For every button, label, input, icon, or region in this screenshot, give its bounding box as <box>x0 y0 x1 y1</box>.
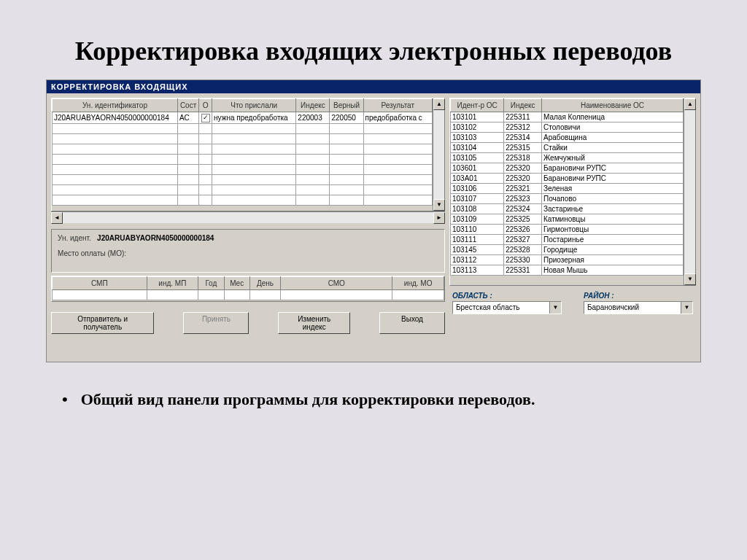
col-header[interactable]: Ун. идентификатор <box>53 99 178 112</box>
chevron-down-icon[interactable]: ▼ <box>681 302 692 314</box>
col-header[interactable]: Индекс <box>296 99 330 112</box>
table-row[interactable]: 103111225327Постаринье <box>451 235 684 245</box>
table-row[interactable] <box>53 164 433 174</box>
table-row[interactable]: 103А01225320Барановичи РУПС <box>451 174 684 184</box>
scroll-up-icon[interactable]: ▲ <box>684 98 696 110</box>
col-header[interactable]: О <box>199 99 212 112</box>
region-value: Брестская область <box>453 302 549 314</box>
col-header[interactable]: Сост <box>177 99 198 112</box>
table-row[interactable] <box>53 144 433 154</box>
col-header[interactable]: Что прислали <box>212 99 296 112</box>
checkbox[interactable]: ✓ <box>201 114 210 122</box>
district-value: Барановичский <box>584 302 681 314</box>
scroll-up-icon[interactable]: ▲ <box>433 98 445 110</box>
col-header[interactable]: СМО <box>281 277 392 290</box>
col-header[interactable]: Наименование ОС <box>542 99 684 112</box>
table-row[interactable]: 103105225318Жемчужный <box>451 153 684 163</box>
col-header[interactable]: Мес <box>224 277 249 290</box>
detail-id-label: Ун. идент. <box>58 234 91 242</box>
scroll-left-icon[interactable]: ◄ <box>51 212 63 224</box>
district-label: РАЙОН : <box>584 292 693 300</box>
table-row[interactable]: 103107225323Почапово <box>451 194 684 204</box>
table-row[interactable] <box>53 195 433 205</box>
scroll-right-icon[interactable]: ► <box>433 212 445 224</box>
bullet-icon: • <box>62 390 68 409</box>
col-header[interactable]: Верный <box>330 99 363 112</box>
exit-button[interactable]: Выход <box>379 312 445 334</box>
slide-title: Корректировка входящих электронных перев… <box>0 0 747 79</box>
sender-recipient-button[interactable]: Отправитель и получатель <box>51 312 154 334</box>
col-header[interactable]: Индекс <box>504 99 542 112</box>
slide-caption: Общий вид панели программы для корректир… <box>81 390 535 409</box>
table-row[interactable]: 103104225315Стайки <box>451 143 684 153</box>
table-row[interactable]: 103103225314Арабовщина <box>451 133 684 143</box>
scroll-down-icon[interactable]: ▼ <box>684 273 696 285</box>
detail-place-label: Место оплаты (МО): <box>58 249 126 257</box>
table-row[interactable] <box>53 123 433 133</box>
os-grid[interactable]: Идент-р ОСИндексНаименование ОС 10310122… <box>450 98 684 276</box>
table-row[interactable]: 103601225320Барановичи РУПС <box>451 163 684 174</box>
table-row[interactable]: 103109225325Катминовцы <box>451 214 684 225</box>
table-row[interactable] <box>53 184 433 195</box>
detail-id-value: J20ARUABYAORN4050000000184 <box>97 234 214 242</box>
table-row[interactable] <box>53 154 433 164</box>
change-index-button[interactable]: Изменить индекс <box>278 312 350 334</box>
col-header[interactable]: СМП <box>53 277 147 290</box>
district-combo[interactable]: Барановичский ▼ <box>584 301 693 314</box>
table-row[interactable]: 103108225324Застаринье <box>451 204 684 214</box>
chevron-down-icon[interactable]: ▼ <box>549 302 561 314</box>
incoming-grid-hscroll[interactable]: ◄ ► <box>51 211 445 223</box>
table-row[interactable]: 103110225326Гирмонтовцы <box>451 225 684 235</box>
table-row[interactable]: 103101225311Малая Колпеница <box>451 112 684 122</box>
col-header[interactable]: Год <box>198 277 224 290</box>
table-row[interactable]: 103106225321Зеленая <box>451 184 684 194</box>
col-header[interactable]: инд. МП <box>147 277 198 290</box>
col-header[interactable]: Результат <box>363 99 432 112</box>
table-row[interactable]: 103113225331Новая Мышь <box>451 265 684 276</box>
col-header[interactable]: инд. МО <box>392 277 444 290</box>
region-combo[interactable]: Брестская область ▼ <box>452 301 562 314</box>
incoming-grid[interactable]: Ун. идентификаторСостОЧто прислалиИндекс… <box>52 98 433 206</box>
region-label: ОБЛАСТЬ : <box>452 292 562 300</box>
accept-button[interactable]: Принять <box>183 312 249 334</box>
window-title: КОРРЕКТИРОВКА ВХОДЯЩИХ <box>47 80 700 93</box>
table-row[interactable]: 103145225328Городище <box>451 245 684 255</box>
table-row[interactable] <box>53 290 444 300</box>
table-row[interactable] <box>53 133 433 144</box>
sub-grid[interactable]: СМПинд. МПГодМесДеньСМОинд. МО <box>52 276 444 300</box>
detail-panel: Ун. идент. J20ARUABYAORN4050000000184 Ме… <box>51 229 445 273</box>
table-row[interactable]: 103102225312Столовичи <box>451 122 684 133</box>
table-row[interactable] <box>53 174 433 184</box>
col-header[interactable]: День <box>249 277 280 290</box>
table-row[interactable]: J20ARUABYAORN4050000000184AC✓нужна предо… <box>53 112 433 124</box>
col-header[interactable]: Идент-р ОС <box>451 99 504 112</box>
scroll-down-icon[interactable]: ▼ <box>433 199 445 211</box>
incoming-grid-vscroll[interactable]: ▲ ▼ <box>433 98 444 211</box>
app-window: КОРРЕКТИРОВКА ВХОДЯЩИХ Ун. идентификатор… <box>46 79 701 362</box>
os-grid-vscroll[interactable]: ▲ ▼ <box>684 98 695 285</box>
table-row[interactable]: 103112225330Приозерная <box>451 255 684 265</box>
